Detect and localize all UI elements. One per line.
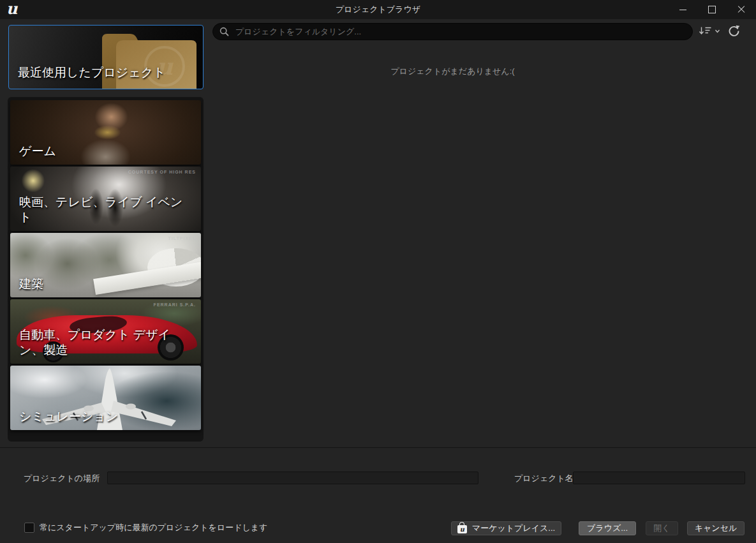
marketplace-button-label: マーケットプレイス... <box>472 523 555 534</box>
sort-button[interactable] <box>699 26 720 36</box>
tile-simulation-label: シミュレーション <box>19 409 195 425</box>
browse-button-label: ブラウズ... <box>587 523 628 534</box>
browse-button[interactable]: ブラウズ... <box>579 521 636 535</box>
tile-film-label: 映画、テレビ、ライブ イベント <box>19 195 195 226</box>
open-button[interactable]: 開く <box>646 521 678 535</box>
tile-film-credit: COURTESY OF HIGH RES <box>128 170 196 174</box>
titlebar: u プロジェクトブラウザ <box>0 0 756 19</box>
refresh-button[interactable] <box>728 25 740 40</box>
close-button[interactable] <box>727 0 756 19</box>
tile-recent-projects[interactable]: u 最近使用したプロジェクト <box>8 25 204 89</box>
maximize-button[interactable] <box>697 0 727 19</box>
cancel-button-label: キャンセル <box>695 523 737 534</box>
marketplace-button[interactable]: u マーケットプレイス... <box>451 521 561 535</box>
tile-automotive-credit: FERRARI S.P.A. <box>154 302 196 307</box>
project-location-label: プロジェクトの場所 <box>24 472 100 485</box>
minimize-icon <box>679 10 686 10</box>
project-name-label: プロジェクト名 <box>514 472 574 485</box>
chevron-down-icon <box>715 29 720 33</box>
search-icon <box>219 27 229 36</box>
project-filter-searchbar[interactable] <box>212 23 693 40</box>
close-icon <box>737 6 745 13</box>
autoload-label: 常にスタートアップ時に最新のプロジェクトをロードします <box>40 522 267 533</box>
sort-descending-icon <box>699 26 713 36</box>
window-title: プロジェクトブラウザ <box>0 0 756 19</box>
footer-panel: プロジェクトの場所 プロジェクト名 常にスタートアップ時に最新のプロジェクトをロ… <box>0 447 756 543</box>
marketplace-bag-icon: u <box>457 525 467 533</box>
tile-category-automotive[interactable]: FERRARI S.P.A. 自動車、プロダクト デザイン、製造 <box>10 299 201 364</box>
tile-games-label: ゲーム <box>19 144 195 160</box>
search-input[interactable] <box>234 26 686 37</box>
autoload-checkbox-row[interactable]: 常にスタートアップ時に最新のプロジェクトをロードします <box>24 522 267 533</box>
window-controls <box>668 0 756 19</box>
empty-state-message: プロジェクトがまだありません:( <box>212 66 693 77</box>
main-region: プロジェクトがまだありません:( u 最近使用したプロジェクト ゲーム COUR… <box>0 19 756 447</box>
tile-recent-projects-label: 最近使用したプロジェクト <box>18 65 196 81</box>
tile-automotive-label: 自動車、プロダクト デザイン、製造 <box>19 327 195 359</box>
maximize-icon <box>708 6 716 13</box>
project-name-input[interactable] <box>573 472 745 484</box>
tile-category-games[interactable]: ゲーム <box>10 100 201 165</box>
tile-category-film-tv-live-events[interactable]: COURTESY OF HIGH RES 映画、テレビ、ライブ イベント <box>10 167 201 231</box>
project-location-input[interactable] <box>107 472 478 484</box>
tile-category-architecture[interactable]: TILTPIXEL 建築 <box>10 233 201 297</box>
refresh-icon <box>728 25 740 37</box>
open-button-label: 開く <box>653 523 670 534</box>
category-panel: ゲーム COURTESY OF HIGH RES 映画、テレビ、ライブ イベント… <box>8 97 204 442</box>
cancel-button[interactable]: キャンセル <box>687 521 745 535</box>
minimize-button[interactable] <box>668 0 697 19</box>
autoload-checkbox[interactable] <box>24 523 34 533</box>
tile-architecture-credit: TILTPIXEL <box>168 236 196 241</box>
tile-architecture-label: 建築 <box>19 276 195 292</box>
tile-category-simulation[interactable]: シミュレーション <box>10 366 201 430</box>
